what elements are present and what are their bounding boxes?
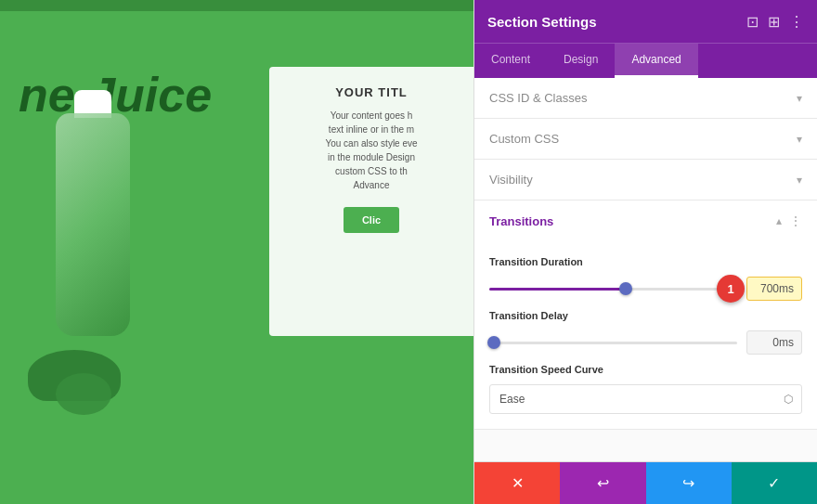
more-icon[interactable]: ⋮ — [789, 13, 804, 31]
accordion-visibility: Visibility ▾ — [474, 160, 817, 200]
bottle-area — [19, 85, 167, 429]
transitions-body: Transition Duration 1 700ms Transition D… — [474, 241, 817, 429]
chevron-icon: ▾ — [797, 133, 802, 146]
preview-content: ne Juice YOUR TITL Your content goes h t… — [0, 11, 473, 504]
duration-fill — [489, 288, 626, 291]
transitions-title: Transitions — [489, 214, 553, 228]
accordion-css-id-header[interactable]: CSS ID & Classes ▾ — [474, 78, 817, 118]
transitions-header: Transitions ▴ ⋮ — [474, 200, 817, 241]
fullscreen-icon[interactable]: ⊡ — [746, 13, 759, 31]
accordion-custom-css-label: Custom CSS — [489, 132, 559, 146]
broccoli2 — [56, 373, 111, 415]
cancel-button[interactable]: ✕ — [474, 462, 560, 504]
undo-button[interactable]: ↩ — [560, 462, 645, 504]
speed-curve-wrapper: Ease Linear Ease In Ease Out Ease In Out… — [489, 384, 802, 414]
card-title: YOUR TITL — [335, 85, 408, 99]
duration-slider-wrapper[interactable]: 1 — [489, 279, 737, 298]
bottom-toolbar: ✕ ↩ ↪ ✓ — [474, 461, 817, 504]
duration-value[interactable]: 700ms — [746, 277, 802, 301]
redo-button[interactable]: ↪ — [646, 462, 732, 504]
accordion-css-id-label: CSS ID & Classes — [489, 91, 587, 105]
preview-area: ne Juice YOUR TITL Your content goes h t… — [0, 0, 473, 504]
bottle-shape — [56, 113, 130, 336]
delay-track — [489, 342, 737, 344]
collapse-icon[interactable]: ▴ — [776, 214, 782, 227]
accordion-custom-css: Custom CSS ▾ — [474, 119, 817, 160]
speed-curve-label: Transition Speed Curve — [489, 364, 802, 375]
settings-panel: Section Settings ⊡ ⊞ ⋮ Content Design Ad… — [473, 0, 817, 504]
tab-content[interactable]: Content — [474, 44, 547, 78]
card-button[interactable]: Clic — [344, 207, 399, 233]
transitions-section: Transitions ▴ ⋮ Transition Duration — [474, 200, 817, 430]
top-bar — [0, 0, 473, 11]
delay-value[interactable]: 0ms — [746, 330, 802, 355]
layout-icon[interactable]: ⊞ — [768, 13, 780, 31]
chevron-icon: ▾ — [797, 92, 802, 105]
panel-header: Section Settings ⊡ ⊞ ⋮ — [474, 0, 817, 43]
transitions-more-icon[interactable]: ⋮ — [789, 213, 802, 228]
accordion-custom-css-header[interactable]: Custom CSS ▾ — [474, 119, 817, 159]
speed-curve-select[interactable]: Ease Linear Ease In Ease Out Ease In Out — [489, 384, 802, 414]
tab-advanced[interactable]: Advanced — [615, 44, 697, 78]
header-icons: ⊡ ⊞ ⋮ — [746, 13, 804, 31]
chevron-icon: ▾ — [797, 174, 802, 187]
duration-label: Transition Duration — [489, 256, 802, 267]
accordion-css-id: CSS ID & Classes ▾ — [474, 78, 817, 119]
panel-title: Section Settings — [487, 14, 597, 30]
accordion-visibility-label: Visibility — [489, 173, 533, 187]
duration-slider-row: 1 700ms — [489, 277, 802, 301]
accordion-visibility-header[interactable]: Visibility ▾ — [474, 160, 817, 200]
transitions-header-icons: ▴ ⋮ — [776, 213, 802, 228]
tab-design[interactable]: Design — [547, 44, 615, 78]
duration-thumb[interactable] — [619, 282, 632, 295]
duration-badge: 1 — [717, 275, 745, 303]
delay-thumb[interactable] — [487, 336, 500, 349]
panel-body: CSS ID & Classes ▾ Custom CSS ▾ Visibili… — [474, 78, 817, 461]
delay-slider-row: 0ms — [489, 330, 802, 355]
card-text: Your content goes h text inline or in th… — [325, 109, 417, 192]
duration-track — [489, 288, 737, 291]
save-button[interactable]: ✓ — [732, 462, 817, 504]
content-card: YOUR TITL Your content goes h text inlin… — [269, 67, 473, 336]
panel-tabs: Content Design Advanced — [474, 43, 817, 78]
delay-slider-wrapper[interactable] — [489, 333, 737, 352]
delay-label: Transition Delay — [489, 310, 802, 321]
